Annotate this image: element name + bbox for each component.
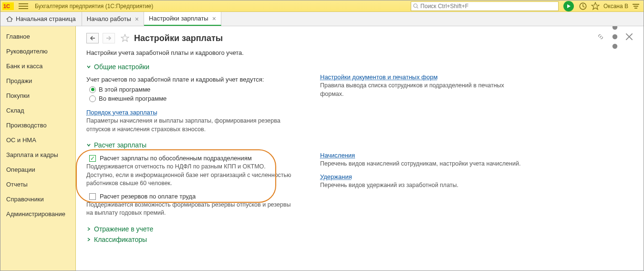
- svg-marker-4: [567, 4, 571, 8]
- sidebar-item-salary[interactable]: Зарплата и кадры: [0, 147, 75, 162]
- tab-label: Начало работы: [87, 15, 131, 22]
- svg-text:1С: 1С: [3, 3, 10, 9]
- close-icon[interactable]: ×: [212, 15, 216, 22]
- tab-salary-settings[interactable]: Настройки зарплаты ×: [144, 12, 221, 26]
- page-title: Настройки зарплаты: [134, 33, 223, 43]
- checkbox-label: Расчет зарплаты по обособленным подразде…: [100, 155, 252, 162]
- content-area: Настройки зарплаты Настройки учета зараб…: [76, 26, 644, 271]
- radio-this-program[interactable]: В этой программе: [89, 86, 291, 93]
- link-icon[interactable]: [597, 33, 604, 41]
- main-menu-icon[interactable]: [19, 2, 28, 10]
- checkbox-icon: [89, 155, 96, 162]
- close-page-icon[interactable]: [625, 33, 633, 41]
- checkbox-separate-divisions[interactable]: Расчет зарплаты по обособленным подразде…: [89, 155, 291, 162]
- section-general-title: Общие настройки: [94, 63, 149, 71]
- tab-home[interactable]: Начальная страница: [0, 12, 82, 26]
- reserve-desc: Поддерживается возможность формировать р…: [86, 201, 291, 218]
- panel-settings-icon[interactable]: [632, 2, 640, 10]
- deductions-desc: Перечень видов удержаний из заработной п…: [320, 181, 520, 190]
- order-desc: Параметры начисления и выплаты зарплаты,…: [86, 117, 291, 134]
- radio-label: Во внешней программе: [99, 95, 166, 102]
- search-icon: [413, 3, 418, 9]
- nav-forward-button: [103, 33, 115, 43]
- svg-line-3: [417, 7, 418, 8]
- sidebar-item-bank[interactable]: Банк и касса: [0, 59, 75, 73]
- svg-point-2: [414, 3, 417, 7]
- section-general-toggle[interactable]: Общие настройки: [86, 63, 633, 71]
- section-calc-toggle[interactable]: Расчет зарплаты: [86, 141, 633, 149]
- chevron-right-icon: [86, 227, 91, 231]
- radio-icon: [89, 86, 96, 93]
- tab-label: Настройки зарплаты: [149, 15, 208, 22]
- svg-marker-7: [7, 17, 12, 21]
- tab-start-work[interactable]: Начало работы ×: [82, 12, 144, 26]
- global-search[interactable]: [411, 1, 559, 11]
- app-title: Бухгалтерия предприятия (1С:Предприятие): [35, 3, 153, 10]
- section-reflection-toggle[interactable]: Отражение в учете: [86, 225, 633, 233]
- tabbar: Начальная страница Начало работы × Настр…: [0, 12, 644, 26]
- checkbox-reserves[interactable]: Расчет резервов по оплате труда: [89, 193, 291, 200]
- svg-point-11: [613, 26, 617, 30]
- radio-label: В этой программе: [99, 86, 150, 93]
- svg-point-12: [613, 34, 617, 39]
- docs-desc: Правила вывода списка сотрудников и подр…: [320, 82, 525, 98]
- accruals-desc: Перечень видов начислений сотрудникам, н…: [320, 160, 520, 168]
- run-button[interactable]: [563, 1, 574, 11]
- more-menu-icon[interactable]: [611, 33, 619, 41]
- sidebar-item-assets[interactable]: ОС и НМА: [0, 133, 75, 147]
- sidebar-item-production[interactable]: Производство: [0, 118, 75, 133]
- link-accruals[interactable]: Начисления: [320, 152, 355, 159]
- link-salary-order[interactable]: Порядок учета зарплаты: [86, 109, 157, 116]
- tab-home-label: Начальная страница: [16, 15, 76, 22]
- history-icon[interactable]: [579, 2, 587, 10]
- checkbox-label: Расчет резервов по оплате труда: [100, 193, 196, 200]
- page-subtitle: Настройки учета заработной платы и кадро…: [86, 49, 633, 56]
- svg-point-13: [613, 44, 617, 49]
- section-classifiers-toggle[interactable]: Классификаторы: [86, 236, 633, 243]
- checkbox-icon: [89, 193, 96, 200]
- nav-back-button[interactable]: [86, 33, 99, 43]
- close-icon[interactable]: ×: [135, 15, 139, 23]
- radio-icon: [89, 95, 96, 102]
- section-calc-title: Расчет зарплаты: [94, 141, 146, 149]
- sidebar-item-purchases[interactable]: Покупки: [0, 88, 75, 103]
- separate-desc: Поддерживается отчетность по НДФЛ по раз…: [86, 163, 291, 188]
- search-input[interactable]: [420, 3, 556, 10]
- general-lead-text: Учет расчетов по заработной плате и кадр…: [86, 75, 291, 84]
- sidebar-item-operations[interactable]: Операции: [0, 162, 75, 177]
- sidebar-item-admin[interactable]: Администрирование: [0, 207, 75, 221]
- sidebar-item-warehouse[interactable]: Склад: [0, 103, 75, 118]
- chevron-down-icon: [86, 64, 91, 69]
- favorite-star-icon[interactable]: [591, 2, 600, 10]
- sidebar-item-main[interactable]: Главное: [0, 29, 75, 44]
- home-icon: [6, 16, 13, 22]
- radio-external-program[interactable]: Во внешней программе: [89, 95, 291, 102]
- section-reflection-title: Отражение в учете: [94, 225, 153, 233]
- section-classifiers-title: Классификаторы: [94, 236, 147, 243]
- user-name[interactable]: Оксана В: [603, 3, 628, 10]
- svg-marker-6: [592, 2, 599, 10]
- chevron-right-icon: [86, 237, 91, 242]
- favorite-star-icon[interactable]: [121, 34, 129, 42]
- sidebar: Главное Руководителю Банк и касса Продаж…: [0, 26, 76, 271]
- sidebar-item-sales[interactable]: Продажи: [0, 73, 75, 88]
- logo-1c-icon: 1С: [2, 2, 14, 10]
- sidebar-item-manager[interactable]: Руководителю: [0, 44, 75, 59]
- link-docs-print-forms[interactable]: Настройки документов и печатных форм: [320, 73, 437, 81]
- link-deductions[interactable]: Удержания: [320, 173, 352, 180]
- titlebar: 1С Бухгалтерия предприятия (1С:Предприят…: [0, 0, 644, 12]
- chevron-down-icon: [86, 143, 91, 147]
- svg-marker-10: [121, 34, 129, 42]
- sidebar-item-catalogs[interactable]: Справочники: [0, 192, 75, 207]
- sidebar-item-reports[interactable]: Отчеты: [0, 177, 75, 192]
